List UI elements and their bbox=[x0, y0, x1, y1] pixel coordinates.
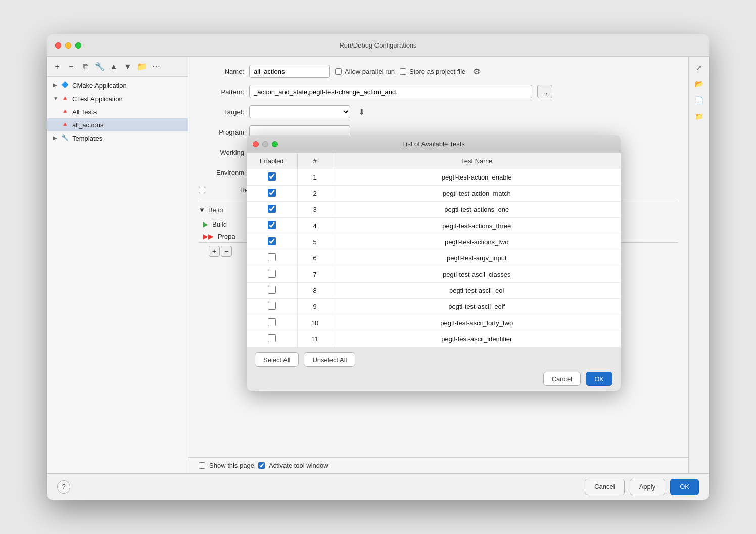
maximize-button[interactable] bbox=[75, 42, 81, 49]
test-name: pegtl-test-ascii_classes bbox=[333, 266, 621, 283]
modal-ok-button[interactable]: OK bbox=[586, 372, 612, 386]
ctest-icon: 🔺 bbox=[61, 121, 69, 129]
test-enabled-checkbox[interactable] bbox=[268, 237, 276, 245]
program-label: Program bbox=[199, 128, 244, 136]
redirect-checkbox[interactable] bbox=[199, 187, 205, 193]
pattern-ellipsis-button[interactable]: ... bbox=[537, 85, 552, 98]
plus-minus-bar: + − bbox=[209, 246, 232, 257]
folder-open-icon[interactable]: 📂 bbox=[692, 77, 706, 91]
activate-tool-checkbox[interactable] bbox=[258, 462, 265, 469]
test-number: 6 bbox=[297, 250, 333, 266]
name-input[interactable] bbox=[249, 65, 330, 78]
test-enabled-checkbox[interactable] bbox=[268, 334, 276, 342]
col-test-name: Test Name bbox=[333, 153, 621, 169]
name-label: Name: bbox=[199, 68, 244, 75]
edit-config-button[interactable]: 🔧 bbox=[93, 61, 106, 73]
test-number: 8 bbox=[297, 283, 333, 299]
test-name: pegtl-test-actions_three bbox=[333, 218, 621, 234]
prepare-icon: ▶▶ bbox=[203, 232, 214, 240]
minimize-button[interactable] bbox=[65, 42, 71, 49]
table-row: 1pegtl-test-action_enable bbox=[247, 169, 621, 186]
folder-button[interactable]: 📁 bbox=[136, 61, 148, 73]
cancel-button[interactable]: Cancel bbox=[585, 479, 624, 495]
table-row: 6pegtl-test-argv_input bbox=[247, 250, 621, 266]
select-all-button[interactable]: Select All bbox=[255, 352, 299, 367]
show-page-checkbox[interactable] bbox=[199, 462, 205, 469]
sidebar-item-ctest-application[interactable]: ▼ 🔺 CTest Application bbox=[47, 92, 188, 105]
add-launch-button[interactable]: + bbox=[209, 246, 220, 257]
sidebar-item-cmake-application[interactable]: ▶ 🔷 CMake Application bbox=[47, 79, 188, 92]
store-project-checkbox[interactable] bbox=[400, 68, 406, 75]
pattern-label: Pattern: bbox=[199, 88, 244, 96]
table-row: 4pegtl-test-actions_three bbox=[247, 218, 621, 234]
build-label: Build bbox=[212, 220, 227, 228]
right-icons-panel: ⤢ 📂 📄 📁 bbox=[688, 57, 709, 473]
activate-tool-label: Activate tool window bbox=[269, 462, 328, 469]
test-enabled-checkbox[interactable] bbox=[268, 302, 276, 310]
folder-icon[interactable]: 📁 bbox=[692, 109, 706, 123]
environment-label: Environm bbox=[199, 169, 244, 176]
help-button[interactable]: ? bbox=[57, 480, 70, 494]
test-name: pegtl-test-action_enable bbox=[333, 169, 621, 186]
test-enabled-checkbox[interactable] bbox=[268, 286, 276, 294]
remove-config-button[interactable]: − bbox=[65, 61, 77, 73]
target-label: Target: bbox=[199, 108, 244, 116]
test-enabled-checkbox[interactable] bbox=[268, 172, 276, 181]
copy-config-button[interactable]: ⧉ bbox=[79, 61, 91, 73]
test-enabled-checkbox[interactable] bbox=[268, 270, 276, 278]
modal-min-button[interactable] bbox=[262, 141, 268, 147]
table-row: 9pegtl-test-ascii_eolf bbox=[247, 299, 621, 315]
modal-traffic-lights bbox=[253, 141, 278, 147]
test-enabled-checkbox[interactable] bbox=[268, 318, 276, 326]
build-icon: ▶ bbox=[203, 220, 208, 228]
test-enabled-checkbox[interactable] bbox=[268, 253, 276, 261]
test-number: 4 bbox=[297, 218, 333, 234]
modal-action-buttons: Cancel OK bbox=[255, 372, 612, 386]
move-up-button[interactable]: ▲ bbox=[108, 61, 120, 73]
remove-launch-button[interactable]: − bbox=[221, 246, 232, 257]
test-number: 5 bbox=[297, 234, 333, 250]
modal-max-button[interactable] bbox=[272, 141, 278, 147]
ok-button[interactable]: OK bbox=[670, 479, 699, 495]
footer-bar: ? Cancel Apply OK bbox=[47, 473, 709, 500]
before-launch-label: Befor bbox=[208, 206, 224, 214]
target-dropdown[interactable] bbox=[249, 105, 350, 118]
test-enabled-checkbox[interactable] bbox=[268, 189, 276, 197]
sidebar-item-all-actions[interactable]: 🔺 all_actions bbox=[47, 118, 188, 131]
test-enabled-checkbox[interactable] bbox=[268, 205, 276, 213]
main-window: Run/Debug Configurations + − ⧉ 🔧 ▲ ▼ 📁 ⋯ bbox=[47, 34, 709, 500]
target-expand-icon[interactable]: ⬇ bbox=[355, 106, 367, 118]
sidebar-item-label: All Tests bbox=[72, 108, 97, 116]
sidebar-item-templates[interactable]: ▶ 🔧 Templates bbox=[47, 131, 188, 145]
table-row: 8pegtl-test-ascii_eol bbox=[247, 283, 621, 299]
apply-button[interactable]: Apply bbox=[630, 479, 666, 495]
sidebar-tree: ▶ 🔷 CMake Application ▼ 🔺 CTest Applicat… bbox=[47, 77, 188, 473]
table-row: 3pegtl-test-actions_one bbox=[247, 202, 621, 218]
modal-close-button[interactable] bbox=[253, 141, 259, 147]
tests-table: Enabled # Test Name 1pegtl-test-action_e… bbox=[247, 153, 621, 347]
test-number: 1 bbox=[297, 169, 333, 186]
add-config-button[interactable]: + bbox=[51, 61, 63, 73]
move-down-button[interactable]: ▼ bbox=[122, 61, 134, 73]
wrench-icon: 🔧 bbox=[61, 134, 69, 142]
more-button[interactable]: ⋯ bbox=[150, 61, 162, 73]
test-name: pegtl-test-action_match bbox=[333, 186, 621, 202]
document-icon[interactable]: 📄 bbox=[692, 93, 706, 107]
table-row: 11pegtl-test-ascii_identifier bbox=[247, 331, 621, 347]
test-number: 9 bbox=[297, 299, 333, 315]
test-name: pegtl-test-actions_two bbox=[333, 234, 621, 250]
chevron-right-icon: ▶ bbox=[53, 82, 59, 88]
settings-icon[interactable]: ⚙ bbox=[470, 65, 483, 77]
unselect-all-button[interactable]: Unselect All bbox=[304, 352, 355, 367]
close-button[interactable] bbox=[55, 42, 61, 49]
allow-parallel-row: Allow parallel run bbox=[335, 68, 395, 75]
show-page-label: Show this page bbox=[209, 462, 254, 469]
window-body: + − ⧉ 🔧 ▲ ▼ 📁 ⋯ ▶ 🔷 CMake Application bbox=[47, 57, 709, 473]
expand-icon[interactable]: ⤢ bbox=[692, 61, 706, 75]
allow-parallel-checkbox[interactable] bbox=[335, 68, 342, 75]
modal-cancel-button[interactable]: Cancel bbox=[543, 372, 581, 386]
sidebar-item-all-tests[interactable]: 🔺 All Tests bbox=[47, 105, 188, 118]
test-enabled-checkbox[interactable] bbox=[268, 221, 276, 229]
ctest-icon: 🔺 bbox=[61, 95, 69, 103]
pattern-input[interactable] bbox=[249, 85, 532, 98]
